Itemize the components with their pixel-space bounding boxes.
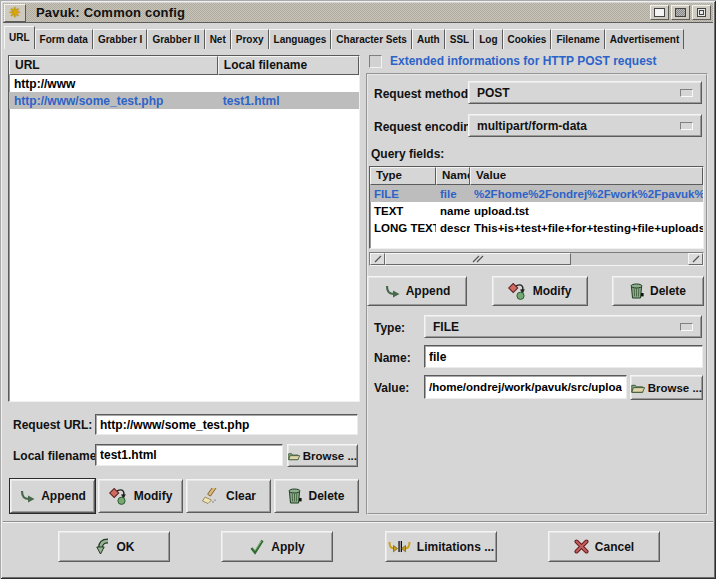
column-header-name[interactable]: Name [436, 167, 470, 185]
tab-grabber-i[interactable]: Grabber I [93, 29, 147, 49]
query-fields-label: Query fields: [371, 147, 444, 161]
table-row-selected[interactable]: FILE file %2Fhome%2Fondrej%2Fwork%2Fpavu… [370, 185, 703, 202]
tab-cookies[interactable]: Cookies [503, 29, 552, 49]
url-delete-button[interactable]: Delete [274, 479, 359, 513]
sun-icon: ✳ [10, 6, 21, 19]
option-menu-indicator-icon [680, 323, 693, 331]
apply-button[interactable]: Apply [221, 531, 333, 562]
iconify-button[interactable] [692, 5, 711, 20]
query-table-hscrollbar[interactable] [369, 252, 704, 266]
tab-grabber-ii[interactable]: Grabber II [147, 29, 204, 49]
scrollbar-track[interactable] [571, 253, 688, 265]
option-menu-indicator-icon [680, 122, 693, 130]
tab-form-data[interactable]: Form data [35, 29, 93, 49]
extended-info-row: Extended informations for HTTP POST requ… [369, 54, 656, 68]
tab-url[interactable]: URL [4, 26, 35, 49]
request-method-select[interactable]: POST [468, 81, 702, 104]
cell-type: FILE [370, 188, 436, 200]
modify-icon [109, 488, 128, 505]
cell-url: http://www/some_test.php [9, 94, 218, 108]
name-label: Name: [374, 351, 411, 365]
type-select[interactable]: FILE [424, 315, 702, 338]
checkmark-icon [249, 539, 265, 555]
limitations-label: Limitations ... [417, 540, 494, 554]
ok-arrow-icon [94, 538, 111, 555]
footer-bar: OK Apply Limitations ... [3, 521, 713, 573]
value-browse-button[interactable]: Browse ... [630, 375, 703, 400]
ok-button[interactable]: OK [58, 531, 170, 562]
url-append-button[interactable]: Append [10, 479, 95, 513]
request-encoding-select[interactable]: multipart/form-data [468, 114, 702, 137]
window-menu-button[interactable]: ✳ [4, 4, 26, 22]
window-buttons [650, 5, 711, 20]
maximize-icon [654, 8, 665, 17]
query-append-button[interactable]: Append [367, 276, 467, 306]
column-header-local-filename[interactable]: Local filename [218, 56, 359, 75]
query-delete-button[interactable]: Delete [612, 276, 704, 306]
maximize-button[interactable] [650, 5, 669, 20]
column-header-type[interactable]: Type [370, 167, 436, 185]
option-menu-indicator-icon [680, 89, 693, 97]
scrollbar-slash-icon [692, 255, 700, 263]
table-row[interactable]: http://www [9, 75, 359, 92]
tab-auth[interactable]: Auth [412, 29, 445, 49]
clear-brush-icon [201, 488, 220, 504]
request-encoding-value: multipart/form-data [477, 119, 587, 133]
value-input[interactable] [424, 375, 627, 399]
request-method-label: Request method: [374, 87, 472, 101]
scrollbar-left-button[interactable] [370, 253, 385, 265]
request-url-label: Request URL: [13, 418, 92, 432]
cell-value: upload.tst [470, 205, 703, 217]
cell-name: file [436, 188, 470, 200]
query-modify-button[interactable]: Modify [492, 276, 588, 306]
tab-ssl[interactable]: SSL [445, 29, 474, 49]
tab-log[interactable]: Log [474, 29, 502, 49]
tab-proxy[interactable]: Proxy [231, 29, 269, 49]
column-header-value[interactable]: Value [470, 167, 703, 185]
cancel-button[interactable]: Cancel [548, 531, 660, 562]
modify-label: Modify [134, 489, 173, 503]
url-list[interactable]: URL Local filename http://www http://www… [8, 55, 360, 402]
local-filename-browse-button[interactable]: Browse ... [287, 444, 358, 467]
request-encoding-label: Request encoding: [374, 120, 482, 134]
local-filename-label: Local filename: [13, 449, 100, 463]
table-row-selected[interactable]: http://www/some_test.php test1.html [9, 92, 359, 109]
trash-icon [630, 283, 644, 299]
scrollbar-slash-icon [374, 255, 382, 263]
request-url-input[interactable] [95, 414, 358, 435]
cell-value: This+is+test+file+for+testing+file+uploa… [470, 222, 704, 234]
scrollbar-grip-icon [472, 255, 484, 263]
scrollbar-thumb[interactable] [385, 253, 571, 265]
append-label: Append [406, 284, 451, 298]
iconify-icon [697, 8, 706, 17]
table-row[interactable]: LONG TEXT descr This+is+test+file+for+te… [370, 219, 703, 236]
tab-filename[interactable]: Filename [551, 29, 604, 49]
query-fields-table[interactable]: Type Name Value FILE file %2Fhome%2Fondr… [369, 166, 704, 249]
ok-label: OK [117, 540, 135, 554]
shade-button[interactable] [671, 5, 690, 20]
tab-languages[interactable]: Languages [269, 29, 332, 49]
folder-open-icon [631, 382, 646, 394]
limitations-button[interactable]: Limitations ... [385, 531, 497, 562]
url-list-header: URL Local filename [9, 56, 359, 75]
tabbar: URL Form data Grabber I Grabber II Net P… [4, 26, 712, 49]
extended-info-checkbox[interactable] [369, 55, 382, 68]
type-value: FILE [433, 320, 459, 334]
column-header-url[interactable]: URL [9, 56, 218, 75]
local-filename-input[interactable] [95, 444, 283, 466]
tab-net[interactable]: Net [205, 29, 231, 49]
url-clear-button[interactable]: Clear [186, 479, 271, 513]
tab-character-sets[interactable]: Character Sets [331, 29, 412, 49]
request-method-value: POST [477, 86, 510, 100]
tab-advertisement[interactable]: Advertisement [605, 29, 684, 49]
left-button-row: Append Modify Clear [10, 479, 359, 513]
window-title: Pavuk: Common config [36, 5, 185, 20]
scrollbar-right-button[interactable] [688, 253, 703, 265]
url-modify-button[interactable]: Modify [98, 479, 183, 513]
cell-url: http://www [9, 77, 218, 91]
name-input[interactable] [424, 345, 703, 368]
titlebar[interactable]: ✳ Pavuk: Common config [3, 3, 713, 23]
table-row[interactable]: TEXT name upload.tst [370, 202, 703, 219]
browse-label: Browse ... [303, 450, 357, 462]
delete-label: Delete [308, 489, 344, 503]
